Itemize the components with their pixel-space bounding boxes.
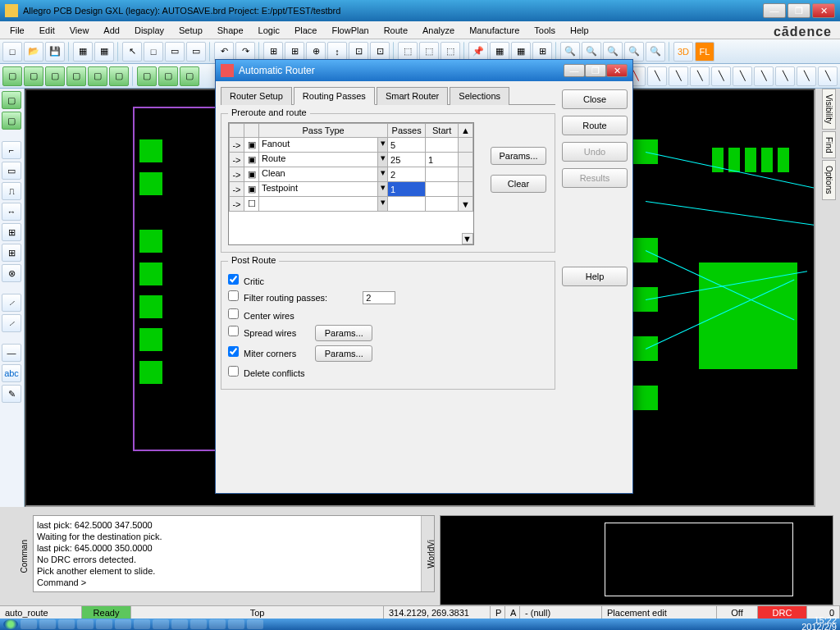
close-button[interactable]: ✕: [812, 3, 835, 18]
task-item[interactable]: [77, 619, 94, 629]
tool-shape-icon[interactable]: ▢: [2, 66, 22, 86]
tool-shape-icon[interactable]: ▢: [158, 66, 178, 86]
close-button[interactable]: Close: [562, 89, 628, 109]
palette-icon[interactable]: ⌐: [2, 141, 21, 159]
tool-route-icon[interactable]: ╲: [711, 66, 731, 86]
clear-button[interactable]: Clear: [491, 175, 546, 193]
menu-analyze[interactable]: Analyze: [416, 24, 461, 37]
dialog-close-button[interactable]: ✕: [606, 64, 628, 77]
maximize-button[interactable]: ❐: [788, 3, 810, 18]
pass-row[interactable]: ->▣ Clean▾ 2: [230, 167, 473, 182]
tool-generic-icon[interactable]: ⬚: [441, 42, 460, 62]
tool-shape-icon[interactable]: ▢: [45, 66, 65, 86]
tab-options[interactable]: Options: [822, 160, 836, 199]
tool-open-icon[interactable]: 📂: [24, 42, 43, 62]
palette-icon[interactable]: ▢: [2, 112, 21, 130]
task-item[interactable]: [190, 619, 207, 629]
palette-icon[interactable]: ⊗: [2, 264, 21, 282]
tool-cursor-icon[interactable]: ↖: [122, 42, 142, 62]
tool-shape-icon[interactable]: ▢: [88, 66, 107, 86]
tool-flip-icon[interactable]: FL: [695, 42, 714, 62]
tool-generic-icon[interactable]: ⊞: [532, 42, 552, 62]
palette-icon[interactable]: ▭: [2, 162, 21, 180]
status-p[interactable]: P: [491, 606, 505, 619]
tool-route-icon[interactable]: ╲: [775, 66, 795, 86]
tool-zoom-fit-icon[interactable]: 🔍: [603, 42, 623, 62]
route-button[interactable]: Route: [562, 116, 628, 135]
tool-generic-icon[interactable]: ▦: [73, 42, 93, 62]
status-a[interactable]: A: [505, 606, 520, 619]
spread-params-button[interactable]: Params...: [315, 325, 372, 341]
tool-shape-icon[interactable]: ▢: [66, 66, 86, 86]
task-item[interactable]: [228, 619, 244, 629]
tool-shape-icon[interactable]: ▢: [109, 66, 129, 86]
system-clock[interactable]: 15:222012/2/9: [801, 618, 837, 630]
tool-zoom-out-icon[interactable]: 🔍: [582, 42, 601, 62]
delete-checkbox[interactable]: Delete conflicts: [228, 366, 548, 378]
menu-logic[interactable]: Logic: [252, 24, 286, 37]
tool-generic-icon[interactable]: ▭: [186, 42, 206, 62]
tool-generic-icon[interactable]: ⊡: [349, 42, 368, 62]
tab-smart-router[interactable]: Smart Router: [377, 87, 448, 105]
tool-route-icon[interactable]: ╲: [797, 66, 816, 86]
tool-generic-icon[interactable]: ▦: [94, 42, 114, 62]
tool-undo-icon[interactable]: ↶: [214, 42, 234, 62]
palette-icon[interactable]: ⟋: [2, 314, 21, 332]
tool-route-icon[interactable]: ╲: [818, 66, 838, 86]
tool-generic-icon[interactable]: ⊡: [370, 42, 390, 62]
menu-route[interactable]: Route: [377, 24, 414, 37]
menu-add[interactable]: Add: [97, 24, 126, 37]
tool-generic-icon[interactable]: ▦: [490, 42, 509, 62]
critic-checkbox[interactable]: Critic: [228, 274, 548, 286]
miter-checkbox[interactable]: Miter corners Params...: [228, 345, 548, 362]
tab-router-setup[interactable]: Router Setup: [221, 87, 292, 105]
task-item[interactable]: [39, 619, 56, 629]
pass-grid[interactable]: Pass Type Passes Start ▲ ->▣ Fanout▾ 5 -…: [228, 122, 474, 245]
palette-icon[interactable]: abc: [2, 364, 21, 382]
tab-routing-passes[interactable]: Routing Passes: [294, 87, 375, 105]
tool-generic-icon[interactable]: ↕: [327, 42, 347, 62]
palette-icon[interactable]: ✎: [2, 385, 21, 403]
tool-shape-icon[interactable]: ▢: [137, 66, 157, 86]
command-log[interactable]: last pick: 642.5000 347.5000 Waiting for…: [33, 515, 435, 592]
tab-find[interactable]: Find: [822, 131, 836, 158]
tool-pin-icon[interactable]: 📌: [468, 42, 488, 62]
palette-icon[interactable]: ↔: [2, 203, 21, 221]
palette-icon[interactable]: —: [2, 344, 21, 362]
menu-tools[interactable]: Tools: [527, 24, 562, 37]
menu-manufacture[interactable]: Manufacture: [463, 24, 526, 37]
tool-generic-icon[interactable]: ⊞: [263, 42, 283, 62]
help-button[interactable]: Help: [562, 267, 628, 286]
palette-icon[interactable]: ⟋: [2, 294, 21, 312]
task-item[interactable]: [115, 619, 131, 629]
menu-shape[interactable]: Shape: [211, 24, 250, 37]
task-item[interactable]: [209, 619, 226, 629]
tool-redo-icon[interactable]: ↷: [235, 42, 255, 62]
task-item[interactable]: [247, 619, 263, 629]
menu-place[interactable]: Place: [288, 24, 324, 37]
menu-view[interactable]: View: [63, 24, 96, 37]
palette-icon[interactable]: ⊞: [2, 223, 21, 241]
menu-setup[interactable]: Setup: [172, 24, 209, 37]
start-button[interactable]: [3, 619, 18, 629]
tool-route-icon[interactable]: ╲: [754, 66, 774, 86]
tool-route-icon[interactable]: ╲: [669, 66, 688, 86]
tool-route-icon[interactable]: ╲: [690, 66, 710, 86]
palette-icon[interactable]: ⎍: [2, 182, 21, 200]
tool-generic-icon[interactable]: □: [144, 42, 163, 62]
task-item[interactable]: [21, 619, 37, 629]
spread-checkbox[interactable]: Spread wires Params...: [228, 325, 548, 341]
tool-route-icon[interactable]: ╲: [733, 66, 752, 86]
task-item[interactable]: [96, 619, 112, 629]
tab-selections[interactable]: Selections: [450, 87, 509, 105]
dialog-minimize-button[interactable]: —: [564, 64, 585, 77]
tab-visibility[interactable]: Visibility: [822, 89, 836, 130]
world-view[interactable]: [440, 515, 833, 605]
tool-zoom-icon[interactable]: 🔍: [646, 42, 665, 62]
filter-checkbox[interactable]: Filter routing passes:: [228, 290, 548, 304]
tool-route-icon[interactable]: ╲: [647, 66, 667, 86]
palette-icon[interactable]: ⊞: [2, 244, 21, 262]
tool-generic-icon[interactable]: ⊕: [306, 42, 326, 62]
tool-new-icon[interactable]: □: [2, 42, 22, 62]
pass-row[interactable]: ->☐ ▾ ▼: [230, 197, 473, 212]
